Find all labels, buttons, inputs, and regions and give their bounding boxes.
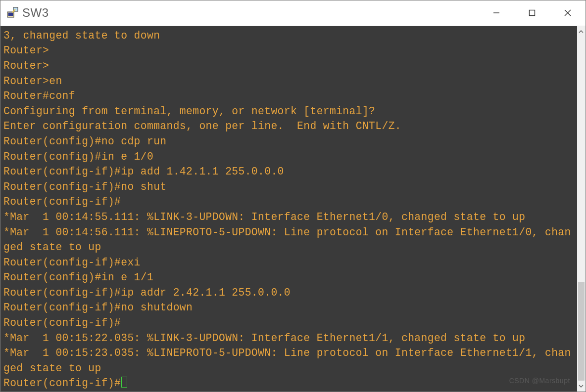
- terminal-line: Router>en: [3, 75, 62, 87]
- terminal-line: Router(config-if)#: [3, 317, 121, 329]
- terminal-line: *Mar 1 00:15:23.035: %LINEPROTO-5-UPDOWN…: [3, 347, 571, 374]
- putty-window: SW3 3, changed state to down Router> Rou…: [0, 0, 586, 392]
- terminal-line: Router>: [3, 60, 49, 72]
- scrollbar-track[interactable]: [577, 37, 586, 381]
- scroll-down-button[interactable]: [577, 381, 586, 392]
- terminal-line: 3, changed state to down: [3, 30, 160, 42]
- terminal-line: Enter configuration commands, one per li…: [3, 120, 401, 132]
- terminal-line: Router#conf: [3, 90, 75, 102]
- svg-rect-1: [8, 13, 13, 16]
- terminal-line: Configuring from terminal, memory, or ne…: [3, 105, 375, 117]
- terminal-line: *Mar 1 00:14:56.111: %LINEPROTO-5-UPDOWN…: [3, 226, 571, 254]
- titlebar[interactable]: SW3: [0, 0, 586, 26]
- terminal-cursor: [121, 377, 127, 388]
- putty-icon: [0, 6, 20, 19]
- terminal-line: Router(config-if)#exi: [3, 257, 141, 268]
- terminal-line: Router(config-if)#no shut: [3, 181, 167, 193]
- terminal-line: Router(config-if)#no shutdown: [3, 302, 193, 313]
- svg-rect-5: [530, 10, 535, 16]
- scroll-up-button[interactable]: [577, 26, 586, 37]
- minimize-button[interactable]: [479, 0, 514, 26]
- vertical-scrollbar[interactable]: [577, 26, 586, 392]
- terminal-line: Router(config-if)#: [3, 377, 121, 389]
- window-title: SW3: [20, 6, 479, 20]
- terminal-line: *Mar 1 00:15:22.035: %LINK-3-UPDOWN: Int…: [3, 332, 525, 344]
- terminal-output[interactable]: 3, changed state to down Router> Router>…: [0, 26, 577, 392]
- maximize-button[interactable]: [514, 0, 550, 26]
- terminal-line: Router>: [3, 44, 49, 56]
- terminal-line: Router(config)#no cdp run: [3, 135, 167, 147]
- terminal-line: Router(config-if)#ip add 1.42.1.1 255.0.…: [3, 166, 284, 177]
- watermark-text: CSDN @Marsbupt: [509, 373, 570, 389]
- terminal-line: Router(config-if)#ip addr 2.42.1.1 255.0…: [3, 287, 291, 299]
- window-controls: [479, 0, 586, 26]
- terminal-line: Router(config)#in e 1/0: [3, 151, 153, 163]
- scrollbar-thumb[interactable]: [578, 282, 585, 381]
- terminal-line: *Mar 1 00:14:55.111: %LINK-3-UPDOWN: Int…: [3, 211, 525, 223]
- terminal-line: Router(config-if)#: [3, 196, 121, 208]
- client-area: 3, changed state to down Router> Router>…: [0, 26, 586, 392]
- terminal-line: Router(config)#in e 1/1: [3, 271, 153, 283]
- close-button[interactable]: [550, 0, 586, 26]
